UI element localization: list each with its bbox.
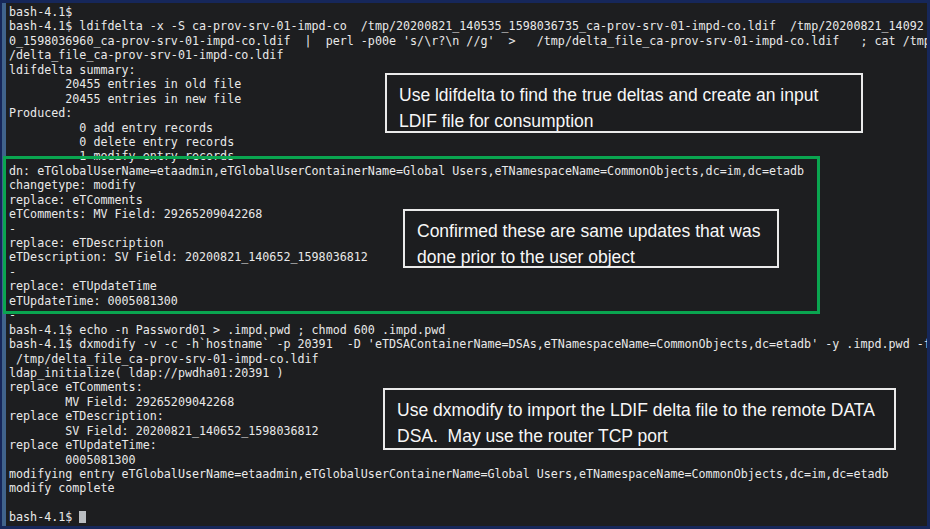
terminal-line: bash-4.1$ echo -n Password01 > .impd.pwd… xyxy=(9,323,927,337)
terminal-line: bash-4.1$ ldifdelta -x -S ca-prov-srv-01… xyxy=(9,19,927,33)
terminal-line: /tmp/delta_file_ca-prov-srv-01-impd-co.l… xyxy=(9,352,927,366)
terminal-line: dn: eTGlobalUserName=etaadmin,eTGlobalUs… xyxy=(9,164,927,178)
terminal-line: replace: eTUpdateTime xyxy=(9,279,927,293)
annotation-note-3: Use dxmodify to import the LDIF delta fi… xyxy=(383,388,896,450)
terminal-line: 1 modify entry records xyxy=(9,149,927,163)
terminal-line: 0005081300 xyxy=(9,453,927,467)
terminal-line: - xyxy=(9,308,927,322)
terminal-line: modify complete xyxy=(9,481,927,495)
terminal-prompt: bash-4.1$ xyxy=(9,510,79,524)
terminal-line: changetype: modify xyxy=(9,178,927,192)
terminal-cursor xyxy=(79,511,86,523)
annotation-note-1: Use ldifdelta to find the true deltas an… xyxy=(385,73,863,133)
terminal-line: replace: eTComments xyxy=(9,193,927,207)
terminal-line: bash-4.1$ dxmodify -v -c -h`hostname` -p… xyxy=(9,337,927,351)
annotation-note-2: Confirmed these are same updates that wa… xyxy=(403,209,779,268)
terminal-window: bash-4.1$ bash-4.1$ ldifdelta -x -S ca-p… xyxy=(0,0,930,529)
terminal-line: 0 delete entry records xyxy=(9,135,927,149)
terminal-line: eTUpdateTime: 0005081300 xyxy=(9,294,927,308)
window-border-left xyxy=(2,3,6,526)
terminal-line: 0_1598036960_ca-prov-srv-01-impd-co.ldif… xyxy=(9,34,927,48)
terminal-line: modifying entry eTGlobalUserName=etaadmi… xyxy=(9,467,927,481)
terminal-prompt-row: bash-4.1$ xyxy=(9,510,927,524)
terminal-line: bash-4.1$ xyxy=(9,5,927,19)
terminal-line xyxy=(9,496,927,510)
terminal-line: /delta_file_ca-prov-srv-01-impd-co.ldif xyxy=(9,48,927,62)
terminal-line: ldap_initialize( ldap://pwdha01:20391 ) xyxy=(9,366,927,380)
